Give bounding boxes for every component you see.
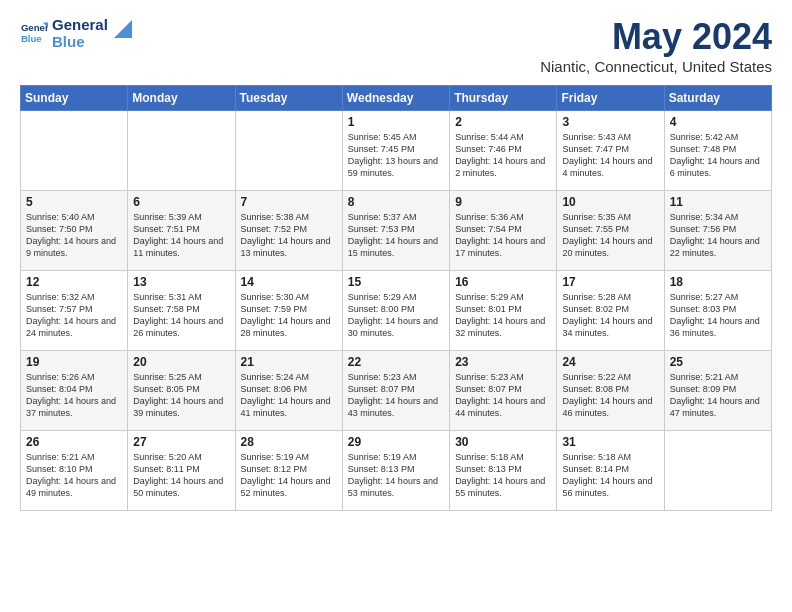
calendar-cell: 9Sunrise: 5:36 AMSunset: 7:54 PMDaylight…	[450, 191, 557, 271]
day-info: Sunrise: 5:19 AMSunset: 8:12 PMDaylight:…	[241, 451, 337, 500]
day-number: 19	[26, 355, 122, 369]
day-number: 22	[348, 355, 444, 369]
day-info: Sunrise: 5:24 AMSunset: 8:06 PMDaylight:…	[241, 371, 337, 420]
day-info: Sunrise: 5:28 AMSunset: 8:02 PMDaylight:…	[562, 291, 658, 340]
day-info: Sunrise: 5:34 AMSunset: 7:56 PMDaylight:…	[670, 211, 766, 260]
day-number: 2	[455, 115, 551, 129]
day-number: 26	[26, 435, 122, 449]
day-info: Sunrise: 5:26 AMSunset: 8:04 PMDaylight:…	[26, 371, 122, 420]
calendar-cell: 23Sunrise: 5:23 AMSunset: 8:07 PMDayligh…	[450, 351, 557, 431]
day-number: 24	[562, 355, 658, 369]
calendar-cell: 17Sunrise: 5:28 AMSunset: 8:02 PMDayligh…	[557, 271, 664, 351]
day-number: 25	[670, 355, 766, 369]
day-info: Sunrise: 5:32 AMSunset: 7:57 PMDaylight:…	[26, 291, 122, 340]
calendar-cell: 2Sunrise: 5:44 AMSunset: 7:46 PMDaylight…	[450, 111, 557, 191]
header-thursday: Thursday	[450, 86, 557, 111]
day-number: 3	[562, 115, 658, 129]
calendar-cell: 30Sunrise: 5:18 AMSunset: 8:13 PMDayligh…	[450, 431, 557, 511]
location-subtitle: Niantic, Connecticut, United States	[540, 58, 772, 75]
svg-text:Blue: Blue	[21, 33, 42, 44]
day-info: Sunrise: 5:35 AMSunset: 7:55 PMDaylight:…	[562, 211, 658, 260]
calendar-week-row: 5Sunrise: 5:40 AMSunset: 7:50 PMDaylight…	[21, 191, 772, 271]
calendar-cell: 7Sunrise: 5:38 AMSunset: 7:52 PMDaylight…	[235, 191, 342, 271]
header-wednesday: Wednesday	[342, 86, 449, 111]
calendar-cell: 25Sunrise: 5:21 AMSunset: 8:09 PMDayligh…	[664, 351, 771, 431]
calendar-week-row: 1Sunrise: 5:45 AMSunset: 7:45 PMDaylight…	[21, 111, 772, 191]
logo-triangle-icon	[114, 20, 132, 38]
day-number: 28	[241, 435, 337, 449]
header-sunday: Sunday	[21, 86, 128, 111]
header-saturday: Saturday	[664, 86, 771, 111]
day-info: Sunrise: 5:30 AMSunset: 7:59 PMDaylight:…	[241, 291, 337, 340]
calendar-cell: 26Sunrise: 5:21 AMSunset: 8:10 PMDayligh…	[21, 431, 128, 511]
calendar-cell: 15Sunrise: 5:29 AMSunset: 8:00 PMDayligh…	[342, 271, 449, 351]
calendar-week-row: 19Sunrise: 5:26 AMSunset: 8:04 PMDayligh…	[21, 351, 772, 431]
calendar-cell: 8Sunrise: 5:37 AMSunset: 7:53 PMDaylight…	[342, 191, 449, 271]
calendar-cell	[235, 111, 342, 191]
day-info: Sunrise: 5:23 AMSunset: 8:07 PMDaylight:…	[348, 371, 444, 420]
calendar-cell: 10Sunrise: 5:35 AMSunset: 7:55 PMDayligh…	[557, 191, 664, 271]
day-info: Sunrise: 5:39 AMSunset: 7:51 PMDaylight:…	[133, 211, 229, 260]
header-friday: Friday	[557, 86, 664, 111]
calendar-cell	[664, 431, 771, 511]
calendar-cell: 21Sunrise: 5:24 AMSunset: 8:06 PMDayligh…	[235, 351, 342, 431]
calendar-cell: 6Sunrise: 5:39 AMSunset: 7:51 PMDaylight…	[128, 191, 235, 271]
calendar-cell: 12Sunrise: 5:32 AMSunset: 7:57 PMDayligh…	[21, 271, 128, 351]
day-info: Sunrise: 5:44 AMSunset: 7:46 PMDaylight:…	[455, 131, 551, 180]
day-number: 5	[26, 195, 122, 209]
day-number: 16	[455, 275, 551, 289]
day-info: Sunrise: 5:19 AMSunset: 8:13 PMDaylight:…	[348, 451, 444, 500]
day-number: 17	[562, 275, 658, 289]
day-number: 11	[670, 195, 766, 209]
day-info: Sunrise: 5:22 AMSunset: 8:08 PMDaylight:…	[562, 371, 658, 420]
day-info: Sunrise: 5:29 AMSunset: 8:01 PMDaylight:…	[455, 291, 551, 340]
calendar-cell: 28Sunrise: 5:19 AMSunset: 8:12 PMDayligh…	[235, 431, 342, 511]
calendar-cell: 29Sunrise: 5:19 AMSunset: 8:13 PMDayligh…	[342, 431, 449, 511]
day-number: 23	[455, 355, 551, 369]
day-number: 21	[241, 355, 337, 369]
calendar-cell: 5Sunrise: 5:40 AMSunset: 7:50 PMDaylight…	[21, 191, 128, 271]
day-number: 14	[241, 275, 337, 289]
calendar-cell: 18Sunrise: 5:27 AMSunset: 8:03 PMDayligh…	[664, 271, 771, 351]
calendar-cell	[128, 111, 235, 191]
day-info: Sunrise: 5:36 AMSunset: 7:54 PMDaylight:…	[455, 211, 551, 260]
day-info: Sunrise: 5:27 AMSunset: 8:03 PMDaylight:…	[670, 291, 766, 340]
day-number: 15	[348, 275, 444, 289]
day-number: 9	[455, 195, 551, 209]
calendar-cell: 19Sunrise: 5:26 AMSunset: 8:04 PMDayligh…	[21, 351, 128, 431]
month-title: May 2024	[540, 16, 772, 58]
day-number: 31	[562, 435, 658, 449]
calendar-cell: 3Sunrise: 5:43 AMSunset: 7:47 PMDaylight…	[557, 111, 664, 191]
logo-line2: Blue	[52, 33, 108, 50]
calendar-cell: 22Sunrise: 5:23 AMSunset: 8:07 PMDayligh…	[342, 351, 449, 431]
calendar-cell: 13Sunrise: 5:31 AMSunset: 7:58 PMDayligh…	[128, 271, 235, 351]
day-number: 18	[670, 275, 766, 289]
page-header: General Blue General Blue May 2024 Niant…	[20, 16, 772, 75]
title-block: May 2024 Niantic, Connecticut, United St…	[540, 16, 772, 75]
day-info: Sunrise: 5:42 AMSunset: 7:48 PMDaylight:…	[670, 131, 766, 180]
day-info: Sunrise: 5:25 AMSunset: 8:05 PMDaylight:…	[133, 371, 229, 420]
day-info: Sunrise: 5:40 AMSunset: 7:50 PMDaylight:…	[26, 211, 122, 260]
header-tuesday: Tuesday	[235, 86, 342, 111]
svg-text:General: General	[21, 23, 48, 34]
day-number: 10	[562, 195, 658, 209]
day-info: Sunrise: 5:18 AMSunset: 8:13 PMDaylight:…	[455, 451, 551, 500]
day-number: 20	[133, 355, 229, 369]
day-number: 6	[133, 195, 229, 209]
day-number: 27	[133, 435, 229, 449]
day-info: Sunrise: 5:21 AMSunset: 8:10 PMDaylight:…	[26, 451, 122, 500]
calendar-cell: 20Sunrise: 5:25 AMSunset: 8:05 PMDayligh…	[128, 351, 235, 431]
day-info: Sunrise: 5:37 AMSunset: 7:53 PMDaylight:…	[348, 211, 444, 260]
day-info: Sunrise: 5:23 AMSunset: 8:07 PMDaylight:…	[455, 371, 551, 420]
day-number: 29	[348, 435, 444, 449]
day-number: 13	[133, 275, 229, 289]
logo-icon: General Blue	[20, 19, 48, 47]
day-number: 8	[348, 195, 444, 209]
calendar-cell: 27Sunrise: 5:20 AMSunset: 8:11 PMDayligh…	[128, 431, 235, 511]
header-monday: Monday	[128, 86, 235, 111]
day-info: Sunrise: 5:20 AMSunset: 8:11 PMDaylight:…	[133, 451, 229, 500]
day-info: Sunrise: 5:43 AMSunset: 7:47 PMDaylight:…	[562, 131, 658, 180]
calendar-cell: 31Sunrise: 5:18 AMSunset: 8:14 PMDayligh…	[557, 431, 664, 511]
day-info: Sunrise: 5:31 AMSunset: 7:58 PMDaylight:…	[133, 291, 229, 340]
svg-marker-4	[114, 20, 132, 38]
